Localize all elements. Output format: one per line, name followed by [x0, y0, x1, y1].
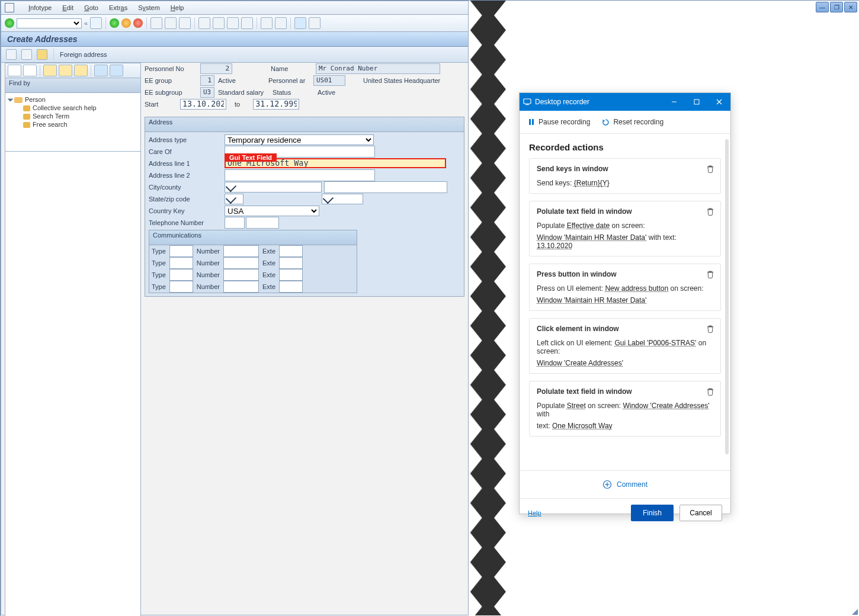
back-icon[interactable] [110, 18, 119, 28]
help-link[interactable]: Help [528, 509, 541, 516]
finish-button[interactable]: Finish [631, 505, 674, 521]
comm-number-input[interactable] [223, 269, 259, 281]
ckey-select[interactable]: USA [225, 206, 319, 216]
menu-extras[interactable]: Extras [109, 4, 127, 11]
shortcut-icon[interactable] [275, 17, 287, 29]
action-card[interactable]: Press button in window Press on UI eleme… [529, 264, 721, 311]
print-icon[interactable] [150, 17, 162, 29]
comm-number-input[interactable] [223, 245, 259, 257]
comm-type-input[interactable] [169, 281, 193, 293]
to-input[interactable] [253, 99, 299, 110]
exit-icon[interactable] [121, 18, 131, 28]
recorder-max-btn[interactable] [685, 93, 708, 111]
eegrp-value: 1 [200, 75, 214, 86]
county-input[interactable] [324, 181, 447, 193]
subtool-icon-1[interactable] [6, 49, 17, 60]
action-card[interactable]: Send keys in window Send keys: {Return}{… [529, 158, 721, 194]
nav-fav2-icon[interactable] [74, 65, 88, 76]
nav-down-icon[interactable] [94, 65, 108, 76]
comm-type-input[interactable] [169, 269, 193, 281]
minimize-btn[interactable]: — [816, 2, 829, 12]
findnext-icon[interactable] [179, 17, 191, 29]
nav-fav-add-icon[interactable] [43, 65, 57, 76]
comm-type-label: Type [152, 248, 166, 255]
pa-label: Personnel ar [268, 77, 313, 84]
menu-infotype[interactable]: Infotype [28, 4, 52, 11]
recorder-scrollbar[interactable] [725, 139, 729, 454]
menu-goto[interactable]: Goto [84, 4, 98, 11]
svg-rect-1 [524, 99, 531, 104]
nav-fav-icon[interactable] [59, 65, 72, 76]
trash-icon[interactable] [706, 387, 714, 396]
comm-ext-input[interactable] [279, 281, 303, 293]
form-column: Personnel No 2 Name Mr Conrad Nuber EE g… [145, 63, 464, 611]
action-card-title: Click element in window [537, 325, 713, 333]
ok-icon[interactable] [5, 18, 14, 28]
status-label: Status [273, 89, 318, 96]
subtool-person-icon[interactable] [37, 49, 47, 60]
nav-back-icon[interactable] [8, 65, 21, 76]
tel-input-a[interactable] [225, 217, 245, 229]
menu-help[interactable]: Help [171, 4, 184, 11]
state-input[interactable] [225, 194, 243, 204]
tree-collective[interactable]: Collective search help [9, 104, 137, 112]
comm-number-label: Number [197, 283, 220, 290]
trash-icon[interactable] [706, 207, 714, 216]
tree-person[interactable]: Person [9, 95, 137, 104]
pause-recording-button[interactable]: Pause recording [528, 118, 590, 126]
reset-recording-button[interactable]: Reset recording [602, 118, 664, 126]
cancel-button[interactable]: Cancel [679, 505, 722, 521]
foreign-address-button[interactable]: Foreign address [60, 51, 107, 58]
svg-rect-8 [532, 119, 534, 125]
subtool-icon-2[interactable] [21, 49, 32, 60]
city-input[interactable] [225, 182, 322, 192]
comm-ext-input[interactable] [279, 245, 303, 257]
atype-select[interactable]: Temporary residence [225, 134, 374, 145]
gui-text-field-tag: Gui Text Field [225, 153, 277, 162]
trash-icon[interactable] [706, 325, 714, 333]
menu-system[interactable]: System [138, 4, 160, 11]
recorder-min-btn[interactable] [663, 93, 685, 111]
comm-type-input[interactable] [169, 257, 193, 269]
prev-icon[interactable] [213, 17, 225, 29]
newwin-icon[interactable] [261, 17, 273, 29]
cancel-icon[interactable] [133, 18, 143, 28]
comm-number-input[interactable] [223, 257, 259, 269]
trash-icon[interactable] [706, 270, 714, 278]
line2-input[interactable] [225, 169, 375, 181]
comm-number-input[interactable] [223, 281, 259, 293]
tree-searchterm[interactable]: Search Term [9, 112, 137, 120]
tel-input-b[interactable] [246, 217, 279, 229]
comm-ext-input[interactable] [279, 257, 303, 269]
page-title: Create Addresses [1, 32, 468, 47]
layout-icon[interactable] [309, 17, 320, 29]
tree-freesearch[interactable]: Free search [9, 120, 137, 129]
resize-grip-icon[interactable] [852, 609, 858, 615]
add-comment-button[interactable]: Comment [520, 470, 730, 498]
action-card[interactable]: Click element in window Left click on UI… [529, 318, 721, 374]
zip-input[interactable] [322, 194, 363, 204]
nav-fwd-icon[interactable] [23, 65, 37, 76]
eegrp-text: Active [218, 77, 236, 84]
nav-up-icon[interactable] [110, 65, 123, 76]
action-card[interactable]: Polulate text field in window Populate S… [529, 381, 721, 437]
start-input[interactable] [180, 99, 226, 110]
careof-label: Care Of [149, 148, 225, 155]
last-icon[interactable] [241, 17, 253, 29]
first-icon[interactable] [198, 17, 210, 29]
recorder-close-btn[interactable] [708, 93, 730, 111]
comm-ext-label: Exte [262, 259, 275, 267]
action-card[interactable]: Polulate text field in window Populate E… [529, 201, 721, 256]
menu-edit[interactable]: Edit [62, 4, 73, 11]
comm-type-input[interactable] [169, 245, 193, 257]
comm-ext-input[interactable] [279, 269, 303, 281]
command-field[interactable] [17, 18, 82, 28]
save-icon[interactable] [90, 17, 102, 29]
restore-btn[interactable]: ❐ [830, 2, 843, 12]
find-icon[interactable] [165, 17, 177, 29]
close-btn[interactable]: ✕ [844, 2, 857, 12]
svg-rect-0 [470, 1, 506, 615]
trash-icon[interactable] [706, 165, 714, 173]
next-icon[interactable] [227, 17, 239, 29]
help2-icon[interactable] [294, 17, 306, 29]
